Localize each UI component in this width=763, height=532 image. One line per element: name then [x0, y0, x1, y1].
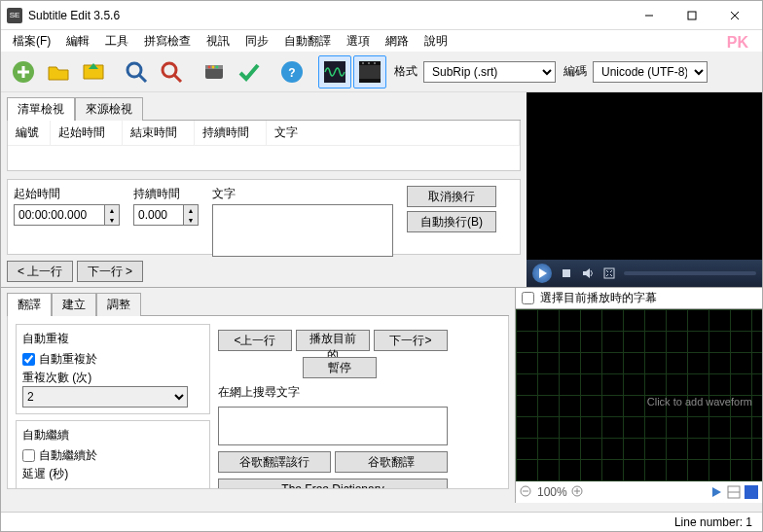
tab-sourceview[interactable]: 來源檢視 [75, 97, 143, 121]
wave-color-icon[interactable] [745, 485, 758, 499]
delay-label: 延遲 (秒) [22, 466, 203, 482]
pause-button[interactable]: 暫停 [303, 357, 377, 378]
zoom-in-icon[interactable] [571, 485, 585, 499]
menu-edit[interactable]: 編輯 [58, 31, 97, 52]
free-dictionary-button[interactable]: The Free Dictionary [218, 479, 448, 489]
select-current-subtitle-checkbox[interactable] [522, 292, 534, 304]
encoding-select[interactable]: Unicode (UTF-8) [593, 61, 708, 83]
play-current-button[interactable]: 播放目前的 [296, 330, 370, 351]
menu-sync[interactable]: 同步 [237, 31, 276, 52]
col-number[interactable]: 編號 [8, 121, 51, 146]
svg-rect-19 [359, 79, 381, 83]
svg-rect-23 [563, 269, 570, 277]
duration-input[interactable] [133, 204, 184, 226]
svg-point-13 [216, 65, 219, 68]
waveform-footer: 100% [516, 481, 762, 503]
svg-point-5 [127, 63, 141, 77]
start-time-input[interactable] [14, 204, 105, 226]
stop-button[interactable] [560, 266, 573, 280]
zoom-out-icon[interactable] [520, 485, 533, 499]
waveform-area[interactable]: Click to add waveform [516, 309, 762, 481]
find-button[interactable] [120, 55, 153, 89]
col-end[interactable]: 結束時間 [123, 121, 195, 146]
settings-button[interactable] [198, 55, 231, 89]
app-icon: SE [7, 8, 22, 23]
play-button[interactable] [532, 264, 552, 283]
video-controls [527, 260, 762, 287]
search-online-label: 在網上搜尋文字 [218, 384, 461, 401]
menu-options[interactable]: 選項 [339, 31, 378, 52]
tab-listview[interactable]: 清單檢視 [7, 97, 75, 121]
svg-text:?: ? [288, 66, 295, 80]
text-input[interactable] [212, 204, 393, 257]
open-file-button[interactable] [42, 55, 75, 89]
google-translate-button[interactable]: 谷歌翻譯 [335, 451, 448, 473]
maximize-button[interactable] [671, 2, 713, 29]
delay-input[interactable] [22, 482, 52, 489]
auto-wrap-button[interactable]: 自動換行(B) [407, 211, 496, 232]
duration-spinner[interactable]: ▲▼ [184, 204, 199, 226]
menu-help[interactable]: 說明 [417, 31, 455, 52]
cancel-wrap-button[interactable]: 取消換行 [407, 186, 496, 207]
waveform-toggle-button[interactable] [318, 55, 351, 89]
repeat-count-select[interactable]: 2 [22, 386, 188, 408]
duration-label: 持續時間 [133, 186, 199, 202]
waveform-hint: Click to add waveform [647, 396, 752, 408]
auto-repeat-checkbox-label[interactable]: 自動重複於 [22, 351, 203, 368]
seek-bar[interactable] [624, 271, 756, 275]
auto-continue-checkbox[interactable] [22, 449, 35, 462]
volume-button[interactable] [581, 266, 595, 280]
toolbar: ? 格式 SubRip (.srt) 編碼 Unicode (UTF-8) [1, 52, 762, 92]
video-toggle-button[interactable] [353, 55, 386, 89]
svg-rect-1 [688, 12, 696, 19]
menu-network[interactable]: 網路 [378, 31, 417, 52]
trans-next-button[interactable]: 下一行> [374, 330, 448, 351]
start-time-spinner[interactable]: ▲▼ [105, 204, 120, 226]
menu-spellcheck[interactable]: 拼寫檢查 [136, 31, 199, 52]
new-file-button[interactable] [7, 55, 40, 89]
prev-line-button[interactable]: < 上一行 [7, 261, 73, 282]
subtitle-list[interactable]: 編號 起始時間 結束時間 持續時間 文字 [7, 121, 521, 171]
zoom-level: 100% [537, 485, 567, 499]
menu-file[interactable]: 檔案(F) [5, 31, 58, 52]
tab-translate[interactable]: 翻譯 [7, 293, 52, 316]
menu-tools[interactable]: 工具 [97, 31, 136, 52]
svg-rect-32 [745, 485, 758, 499]
auto-repeat-checkbox[interactable] [22, 353, 35, 366]
listview-tabset: 清單檢視 來源檢視 [7, 96, 521, 121]
svg-rect-24 [604, 268, 614, 278]
repeat-count-label: 重複次數 (次) [22, 370, 203, 386]
wave-grid-icon[interactable] [727, 485, 741, 499]
spellcheck-button[interactable] [233, 55, 266, 89]
auto-repeat-group: 自動重複 自動重複於 重複次數 (次) 2 [16, 324, 210, 414]
format-select[interactable]: SubRip (.srt) [423, 61, 556, 83]
replace-button[interactable] [155, 55, 188, 89]
search-online-input[interactable] [218, 407, 448, 445]
encoding-label: 編碼 [563, 63, 587, 80]
minimize-button[interactable] [628, 2, 671, 29]
col-duration[interactable]: 持續時間 [195, 121, 267, 146]
wave-play-icon[interactable] [709, 485, 723, 499]
trans-prev-button[interactable]: <上一行 [218, 330, 292, 351]
menu-auto-translate[interactable]: 自動翻譯 [276, 31, 339, 52]
tab-adjust[interactable]: 調整 [96, 293, 141, 316]
tab-create[interactable]: 建立 [52, 293, 96, 316]
titlebar: SE Subtitle Edit 3.5.6 [1, 1, 762, 30]
auto-repeat-title: 自動重複 [22, 331, 203, 347]
fullscreen-button[interactable] [602, 266, 616, 280]
col-start[interactable]: 起始時間 [51, 121, 123, 146]
window-title: Subtitle Edit 3.5.6 [28, 9, 628, 22]
edit-panel: 起始時間 ▲▼ 持續時間 ▲▼ 文字 取消換行 自動換行(B) [7, 179, 521, 255]
google-translate-line-button[interactable]: 谷歌翻譯該行 [218, 451, 331, 473]
next-line-button[interactable]: 下一行 > [77, 261, 143, 282]
auto-continue-group: 自動繼續 自動繼續於 延遲 (秒) [16, 420, 210, 489]
menu-video[interactable]: 視訊 [199, 31, 237, 52]
statusbar: Line number: 1 [1, 512, 762, 531]
help-button[interactable]: ? [275, 55, 309, 89]
auto-continue-checkbox-label[interactable]: 自動繼續於 [22, 447, 203, 464]
save-button[interactable] [77, 55, 110, 89]
close-button[interactable] [713, 2, 756, 29]
no-video-label: 未載入視訊 [703, 291, 756, 305]
svg-point-20 [362, 62, 364, 64]
col-text[interactable]: 文字 [267, 121, 520, 146]
